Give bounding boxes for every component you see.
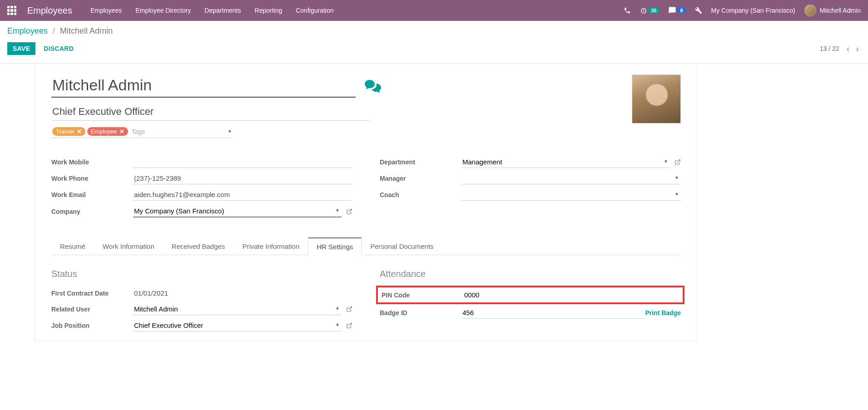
highlight-pin-code: PIN Code: [376, 286, 684, 304]
related-user-input[interactable]: [133, 303, 342, 315]
label-manager: Manager: [380, 175, 461, 182]
user-name: Mitchell Admin: [820, 7, 861, 14]
chat-icon[interactable]: 8: [668, 6, 685, 15]
pin-code-input[interactable]: [463, 289, 679, 301]
control-panel: Employees / Mitchell Admin SAVE DISCARD …: [0, 21, 868, 64]
timer-icon[interactable]: 35: [640, 7, 659, 14]
value-first-contract: 01/01/2021: [133, 287, 352, 299]
employee-photo[interactable]: [632, 74, 681, 123]
pager-text[interactable]: 13 / 22: [820, 45, 839, 52]
nav-right: 35 8 My Company (San Francisco) Mitchell…: [624, 5, 861, 16]
manager-input[interactable]: [461, 173, 681, 184]
tag-trainer[interactable]: Trainer✕: [52, 127, 85, 136]
messaging-icon[interactable]: [365, 80, 381, 94]
label-badge-id: Badge ID: [380, 309, 461, 316]
section-attendance: Attendance: [380, 269, 681, 279]
external-link-icon[interactable]: [675, 159, 681, 165]
breadcrumb-current: Mitchell Admin: [60, 26, 113, 35]
external-link-icon[interactable]: [346, 306, 352, 312]
tag-remove-icon[interactable]: ✕: [77, 128, 82, 135]
form-tabs: Resumé Work Information Received Badges …: [51, 237, 681, 255]
work-phone-input[interactable]: [133, 173, 352, 184]
chevron-down-icon[interactable]: ▼: [335, 306, 340, 311]
label-company: Company: [51, 208, 133, 215]
chevron-down-icon[interactable]: ▼: [664, 159, 668, 164]
tools-icon[interactable]: [695, 7, 702, 14]
section-status: Status: [51, 269, 352, 279]
phone-icon[interactable]: [624, 7, 631, 14]
external-link-icon[interactable]: [346, 208, 352, 215]
tab-personal-documents[interactable]: Personal Documents: [362, 237, 442, 255]
timer-badge: 35: [648, 7, 659, 14]
breadcrumb-sep: /: [53, 26, 55, 35]
job-position-input[interactable]: [133, 320, 342, 331]
chevron-down-icon[interactable]: ▼: [335, 322, 340, 327]
form-sheet: Trainer✕ Employee✕ Tags ▼ Work Mobile Wo…: [35, 64, 698, 341]
apps-icon[interactable]: [7, 6, 16, 15]
tags-placeholder: Tags: [132, 128, 145, 135]
label-related-user: Related User: [51, 306, 133, 313]
pager-next[interactable]: ›: [854, 44, 861, 54]
tab-hr-settings[interactable]: HR Settings: [308, 237, 362, 255]
job-title-input[interactable]: [51, 102, 369, 121]
chevron-down-icon[interactable]: ▼: [675, 192, 679, 197]
discard-button[interactable]: DISCARD: [38, 42, 79, 55]
chevron-down-icon[interactable]: ▼: [335, 208, 340, 213]
company-input[interactable]: [133, 205, 342, 217]
app-brand[interactable]: Employees: [27, 5, 72, 16]
label-first-contract: First Contract Date: [51, 290, 133, 297]
coach-input[interactable]: [461, 189, 681, 200]
department-input[interactable]: [461, 156, 670, 168]
pager-prev[interactable]: ‹: [845, 44, 852, 54]
work-mobile-input[interactable]: [133, 156, 352, 168]
employee-name-input[interactable]: [51, 74, 356, 98]
nav-departments[interactable]: Departments: [204, 7, 241, 14]
label-work-phone: Work Phone: [51, 175, 133, 182]
tab-received-badges[interactable]: Received Badges: [163, 237, 234, 255]
tags-field[interactable]: Trainer✕ Employee✕ Tags ▼: [51, 126, 233, 138]
label-department: Department: [380, 158, 461, 166]
label-pin-code: PIN Code: [382, 291, 463, 299]
tab-resume[interactable]: Resumé: [51, 237, 94, 255]
breadcrumb: Employees / Mitchell Admin: [7, 26, 861, 36]
external-link-icon[interactable]: [346, 322, 352, 329]
user-menu[interactable]: Mitchell Admin: [804, 5, 861, 16]
chevron-down-icon[interactable]: ▼: [228, 129, 232, 134]
print-badge-link[interactable]: Print Badge: [645, 309, 681, 316]
tab-private-information[interactable]: Private Information: [233, 237, 308, 255]
nav-reporting[interactable]: Reporting: [255, 7, 283, 14]
save-button[interactable]: SAVE: [7, 42, 35, 55]
tab-work-information[interactable]: Work Information: [94, 237, 163, 255]
avatar-icon: [804, 5, 816, 16]
breadcrumb-root[interactable]: Employees: [7, 26, 48, 35]
chat-badge: 8: [677, 7, 685, 14]
label-job-position: Job Position: [51, 322, 133, 329]
badge-id-input[interactable]: [461, 307, 645, 319]
nav-configuration[interactable]: Configuration: [296, 7, 333, 14]
nav-menu: Employees Employee Directory Departments…: [90, 7, 624, 14]
top-navbar: Employees Employees Employee Directory D…: [0, 0, 868, 21]
label-coach: Coach: [380, 191, 461, 198]
pager: 13 / 22 ‹ ›: [820, 44, 861, 54]
nav-employees[interactable]: Employees: [90, 7, 122, 14]
label-work-mobile: Work Mobile: [51, 158, 133, 166]
tag-employee[interactable]: Employee✕: [87, 127, 128, 136]
nav-employee-directory[interactable]: Employee Directory: [135, 7, 191, 14]
chevron-down-icon[interactable]: ▼: [675, 175, 679, 180]
label-work-email: Work Email: [51, 191, 133, 198]
company-switcher[interactable]: My Company (San Francisco): [711, 7, 795, 14]
tag-remove-icon[interactable]: ✕: [119, 128, 124, 135]
work-email-input[interactable]: [133, 189, 352, 201]
tab-content-hr-settings: Status First Contract Date 01/01/2021 Re…: [51, 255, 681, 336]
